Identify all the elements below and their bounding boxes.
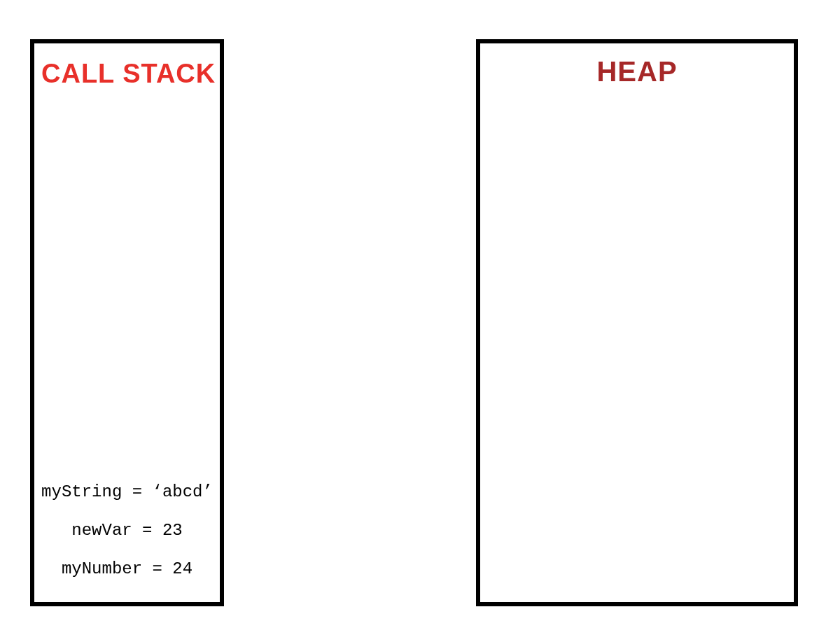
heap-title: HEAP [480,43,794,88]
call-stack-content: myString = ‘abcd’ newVar = 23 myNumber =… [34,473,220,588]
call-stack-box: CALL STACK myString = ‘abcd’ newVar = 23… [30,39,224,606]
call-stack-title: CALL STACK [34,43,220,89]
stack-variable-line: newVar = 23 [34,511,220,550]
stack-variable-line: myNumber = 24 [34,550,220,588]
stack-variable-line: myString = ‘abcd’ [34,473,220,511]
heap-box: HEAP [476,39,798,606]
